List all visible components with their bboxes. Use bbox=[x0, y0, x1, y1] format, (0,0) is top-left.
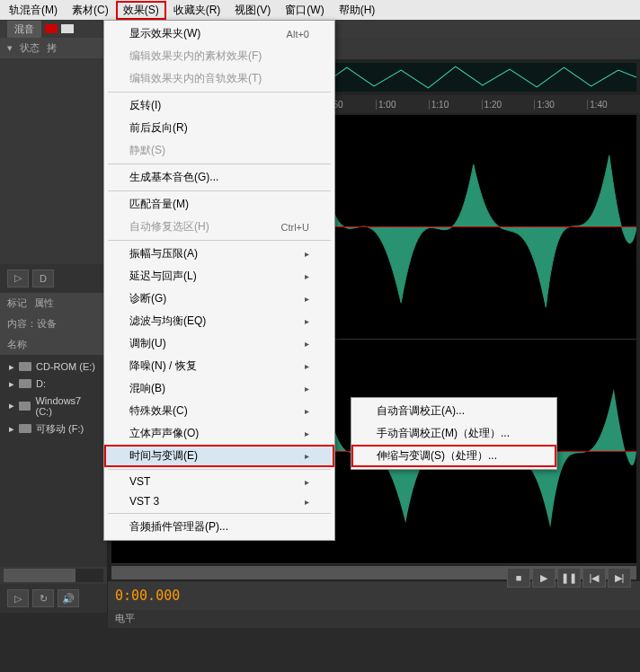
menu-label: 延迟与回声(L) bbox=[129, 269, 197, 284]
menu-label: 立体声声像(O) bbox=[129, 426, 199, 441]
menu-time-pitch[interactable]: 时间与变调(E)▸ bbox=[104, 445, 334, 467]
submenu-auto-pitch[interactable]: 自动音调校正(A)... bbox=[351, 400, 556, 422]
menu-label: 音频插件管理器(P)... bbox=[129, 519, 228, 535]
menu-edit-clip-effects: 编辑效果夹内的素材效果(F) bbox=[104, 45, 334, 67]
pause-button[interactable]: ❚❚ bbox=[557, 568, 581, 588]
submenu-manual-pitch[interactable]: 手动音调校正(M)（处理）... bbox=[351, 422, 556, 445]
expand-icon: ▸ bbox=[9, 378, 14, 390]
menu-shortcut: Ctrl+U bbox=[281, 222, 309, 233]
menu-label: 编辑效果夹内的音轨效果(T) bbox=[129, 71, 262, 86]
panel-btn-row: ▷ D bbox=[0, 264, 107, 293]
menu-label: 生成基本音色(G)... bbox=[129, 170, 218, 185]
menu-silence: 静默(S) bbox=[104, 139, 334, 162]
menu-modulation[interactable]: 调制(U)▸ bbox=[104, 332, 334, 355]
menu-amplitude[interactable]: 振幅与压限(A)▸ bbox=[104, 243, 334, 265]
drive-item[interactable]: ▸Windows7 (C:) bbox=[4, 393, 103, 420]
submenu-arrow-icon: ▸ bbox=[305, 497, 309, 507]
submenu-arrow-icon: ▸ bbox=[305, 451, 309, 461]
marker-tab[interactable]: 标记 bbox=[7, 296, 27, 310]
chevron-down-icon: ▾ bbox=[7, 42, 13, 54]
menu-generate-tone[interactable]: 生成基本音色(G)... bbox=[104, 166, 334, 189]
submenu-arrow-icon: ▸ bbox=[305, 429, 309, 438]
left-panel: ▾ 状态 拷 ▷ D 标记 属性 内容：设备 名称 ▸CD-ROM (E:) ▸… bbox=[0, 38, 108, 613]
marker-tabs: 标记 属性 bbox=[0, 293, 107, 314]
menu-label: VST 3 bbox=[129, 495, 159, 508]
color-chip-red bbox=[45, 24, 58, 33]
toolbar-tab-mix[interactable]: 混音 bbox=[7, 21, 41, 38]
menu-separator bbox=[108, 164, 331, 164]
expand-icon: ▸ bbox=[9, 400, 14, 411]
menu-reverb[interactable]: 混响(B)▸ bbox=[104, 377, 334, 400]
loop-icon[interactable]: D bbox=[32, 270, 54, 287]
menu-trackmix[interactable]: 轨混音(M) bbox=[2, 1, 65, 20]
submenu-stretch-pitch[interactable]: 伸缩与变调(S)（处理）... bbox=[351, 445, 556, 467]
menu-reverse[interactable]: 前后反向(R) bbox=[104, 117, 334, 139]
menu-match-volume[interactable]: 匹配音量(M) bbox=[104, 193, 334, 216]
menu-vst3[interactable]: VST 3▸ bbox=[104, 491, 334, 511]
submenu-arrow-icon: ▸ bbox=[305, 361, 309, 371]
drive-label: D: bbox=[36, 378, 46, 389]
menu-invert[interactable]: 反转(I) bbox=[104, 94, 334, 117]
menu-effects[interactable]: 效果(S) bbox=[116, 1, 166, 20]
timecode-display: 0:00.000 bbox=[115, 588, 180, 604]
time-pitch-submenu: 自动音调校正(A)... 手动音调校正(M)（处理）... 伸缩与变调(S)（处… bbox=[351, 397, 557, 470]
prev-button[interactable]: |◀ bbox=[582, 568, 606, 588]
drive-item[interactable]: ▸D: bbox=[4, 376, 103, 393]
menu-label: 显示效果夹(W) bbox=[129, 26, 200, 41]
drive-item[interactable]: ▸可移动 (F:) bbox=[4, 420, 103, 438]
submenu-arrow-icon: ▸ bbox=[305, 477, 309, 487]
next-button[interactable]: ▶| bbox=[608, 568, 631, 588]
menu-label: 编辑效果夹内的素材效果(F) bbox=[129, 49, 262, 64]
expand-icon: ▸ bbox=[9, 423, 14, 435]
menu-shortcut: Alt+0 bbox=[287, 29, 309, 40]
menu-filter[interactable]: 滤波与均衡(EQ)▸ bbox=[104, 310, 334, 332]
level-panel: 电平 bbox=[108, 610, 640, 628]
status-col2: 拷 bbox=[47, 41, 57, 55]
menu-clip[interactable]: 素材(C) bbox=[65, 1, 116, 20]
menu-label: 手动音调校正(M)（处理）... bbox=[377, 426, 510, 441]
menu-diagnostics[interactable]: 诊断(G)▸ bbox=[104, 287, 334, 310]
name-column-header: 名称 bbox=[0, 334, 107, 355]
drive-list: ▸CD-ROM (E:) ▸D: ▸Windows7 (C:) ▸可移动 (F:… bbox=[0, 355, 107, 568]
menu-noise[interactable]: 降噪(N) / 恢复▸ bbox=[104, 355, 334, 377]
loop-small-icon[interactable]: ↻ bbox=[32, 589, 54, 607]
media-btn-row: ▷ ↻ 🔊 bbox=[0, 584, 107, 613]
scrollbar-thumb[interactable] bbox=[4, 569, 76, 582]
menu-separator bbox=[108, 240, 331, 241]
properties-tab[interactable]: 属性 bbox=[34, 296, 54, 310]
menu-window[interactable]: 窗口(W) bbox=[278, 1, 331, 20]
submenu-arrow-icon: ▸ bbox=[305, 249, 309, 259]
effects-dropdown: 显示效果夹(W)Alt+0 编辑效果夹内的素材效果(F) 编辑效果夹内的音轨效果… bbox=[103, 20, 335, 541]
menu-special[interactable]: 特殊效果(C)▸ bbox=[104, 400, 334, 422]
play-small-icon[interactable]: ▷ bbox=[7, 589, 29, 607]
expand-icon: ▸ bbox=[9, 361, 14, 373]
menu-label: 时间与变调(E) bbox=[129, 448, 198, 464]
menu-vst[interactable]: VST▸ bbox=[104, 472, 334, 491]
submenu-arrow-icon: ▸ bbox=[305, 294, 309, 304]
menu-favorites[interactable]: 收藏夹(R) bbox=[166, 1, 228, 20]
menu-show-effects[interactable]: 显示效果夹(W)Alt+0 bbox=[104, 22, 334, 45]
transport-controls: ■ ▶ ❚❚ |◀ ▶| bbox=[507, 568, 631, 588]
drive-icon bbox=[19, 424, 31, 433]
speaker-icon[interactable]: 🔊 bbox=[58, 589, 79, 607]
menu-label: 匹配音量(M) bbox=[129, 197, 189, 212]
menu-label: 伸缩与变调(S)（处理）... bbox=[377, 448, 497, 464]
submenu-arrow-icon: ▸ bbox=[305, 271, 309, 281]
menu-separator bbox=[108, 92, 331, 93]
menu-delay[interactable]: 延迟与回声(L)▸ bbox=[104, 265, 334, 287]
stop-button[interactable]: ■ bbox=[507, 568, 530, 588]
play-icon[interactable]: ▷ bbox=[7, 270, 29, 287]
menu-plugin-manager[interactable]: 音频插件管理器(P)... bbox=[104, 516, 334, 538]
drive-item[interactable]: ▸CD-ROM (E:) bbox=[4, 358, 103, 376]
content-label: 内容：设备 bbox=[7, 317, 57, 331]
menu-view[interactable]: 视图(V) bbox=[227, 1, 278, 20]
menu-stereo[interactable]: 立体声声像(O)▸ bbox=[104, 422, 334, 445]
status-header: ▾ 状态 拷 bbox=[0, 38, 107, 58]
content-header: 内容：设备 bbox=[0, 314, 107, 334]
play-button[interactable]: ▶ bbox=[532, 568, 556, 588]
submenu-arrow-icon: ▸ bbox=[305, 339, 309, 349]
menu-label: 自动修复选区(H) bbox=[129, 219, 209, 234]
menu-help[interactable]: 帮助(H) bbox=[332, 1, 383, 20]
name-header: 名称 bbox=[7, 338, 27, 351]
left-scrollbar[interactable] bbox=[4, 569, 103, 582]
